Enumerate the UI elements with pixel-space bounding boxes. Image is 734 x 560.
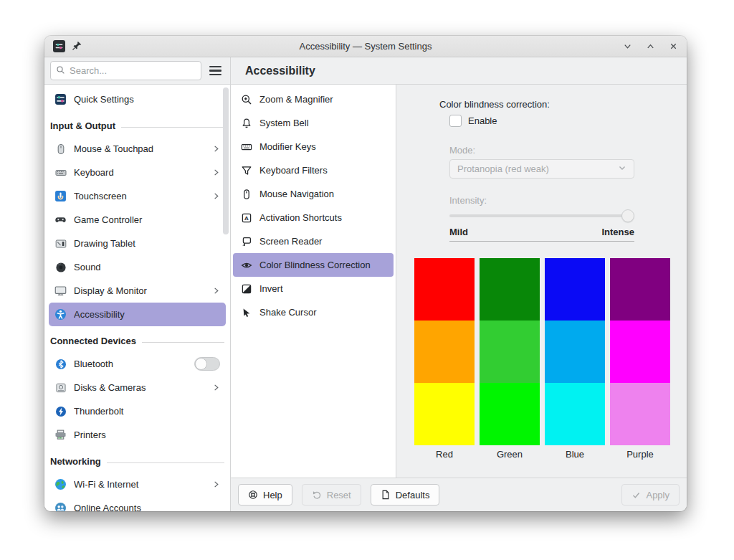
reset-button[interactable]: Reset [302,484,361,506]
swatch [414,383,475,445]
thunderbolt-icon [54,405,67,417]
sidebar-scrollbar[interactable] [223,87,229,234]
pin-icon[interactable] [72,40,82,53]
page-title: Accessibility [231,65,315,77]
app-icon [53,40,65,52]
swatch [545,383,605,445]
color-blindness-panel: Color blindness correction: Enable Mode:… [396,85,687,478]
sidebar-item-bluetooth[interactable]: Bluetooth [49,352,226,376]
sidebar-item-keyboard[interactable]: Keyboard [49,161,226,184]
column-label: Blue [545,445,605,460]
modifier-keys-icon [240,141,252,153]
sidebar-item-disks-cameras[interactable]: Disks & Cameras [49,376,226,399]
intensity-slider[interactable] [449,209,634,222]
list-item-screen-reader[interactable]: Screen Reader [233,229,394,253]
accessibility-subpage-list: Zoom & Magnifier System Bell Modifier Ke… [231,85,396,478]
drawing-tablet-icon [54,237,67,250]
mode-value: Protanopia (red weak) [457,163,618,174]
color-column-purple: Purple [610,258,670,460]
swatch [414,321,475,383]
eye-icon [240,259,252,271]
sound-icon [54,261,67,273]
globe-icon [54,478,67,490]
footer-bar: Help Reset Defaults [231,478,687,511]
sidebar-item-touchscreen[interactable]: Touchscreen [49,184,226,208]
list-item-system-bell[interactable]: System Bell [233,111,394,135]
chevron-right-icon [212,480,220,488]
slider-groove [449,214,634,217]
search-box[interactable] [50,61,201,80]
slider-max-label: Intense [601,227,634,237]
swatch [480,321,540,383]
list-item-mouse-navigation[interactable]: Mouse Navigation [233,182,394,206]
titlebar[interactable]: Accessibility — System Settings [44,36,687,57]
swatch [610,383,670,445]
slider-handle[interactable] [621,209,634,222]
swatch [480,258,540,321]
list-item-color-blindness-correction[interactable]: Color Blindness Correction [233,253,394,277]
column-label: Red [414,445,475,460]
close-button[interactable] [669,42,678,51]
sidebar-item-drawing-tablet[interactable]: Drawing Tablet [49,232,226,255]
column-label: Purple [610,445,670,460]
header-strip: Accessibility [44,57,687,85]
sidebar-section-input-output: Input & Output [49,111,226,137]
invert-icon [240,283,252,295]
sidebar-item-game-controller[interactable]: Game Controller [49,208,226,232]
checkmark-icon [631,490,641,500]
online-accounts-icon [54,502,67,511]
svg-text:A: A [244,215,249,222]
sidebar-item-thunderbolt[interactable]: Thunderbolt [49,399,226,423]
bluetooth-icon [54,358,67,370]
sidebar-item-quick-settings[interactable]: Quick Settings [49,87,226,111]
apply-button[interactable]: Apply [621,484,680,506]
search-input[interactable] [70,65,196,76]
sidebar-item-sound[interactable]: Sound [49,255,226,279]
touchscreen-icon [54,190,67,202]
swatch [414,258,475,321]
window-title: Accessibility — System Settings [44,41,687,52]
help-icon [248,490,258,500]
menu-icon[interactable] [206,61,224,80]
chevron-right-icon [212,287,220,295]
gamepad-icon [54,214,67,226]
help-button[interactable]: Help [238,484,292,506]
sidebar-item-wifi-internet[interactable]: Wi-Fi & Internet [49,473,226,496]
list-item-shake-cursor[interactable]: Shake Cursor [233,300,394,324]
sidebar-item-accessibility[interactable]: Accessibility [49,303,226,326]
sidebar-section-networking: Networking [49,447,226,473]
column-label: Green [480,445,540,460]
enable-checkbox-row[interactable]: Enable [449,115,497,127]
disk-icon [54,381,67,394]
list-item-modifier-keys[interactable]: Modifier Keys [233,135,394,158]
defaults-button[interactable]: Defaults [371,484,440,506]
list-item-invert[interactable]: Invert [233,277,394,300]
document-icon [381,490,391,500]
sidebar-item-mouse-touchpad[interactable]: Mouse & Touchpad [49,137,226,161]
color-column-red: Red [414,258,475,460]
enable-checkbox[interactable] [449,115,462,127]
list-item-keyboard-filters[interactable]: Keyboard Filters [233,158,394,182]
chevron-right-icon [212,145,220,153]
chevron-right-icon [212,169,220,176]
swatch [545,321,605,383]
color-column-green: Green [480,258,540,460]
sidebar-item-online-accounts[interactable]: Online Accounts [49,496,226,511]
minimize-button[interactable] [623,42,632,51]
maximize-button[interactable] [646,42,655,51]
mouse-navigation-icon [240,188,252,200]
filter-icon [240,164,252,176]
activation-shortcuts-icon: A [240,212,252,224]
monitor-icon [54,285,67,297]
system-settings-window: Accessibility — System Settings Access [44,36,687,511]
sidebar-section-connected-devices: Connected Devices [49,326,226,352]
chevron-right-icon [212,384,220,391]
list-item-activation-shortcuts[interactable]: A Activation Shortcuts [233,206,394,229]
bluetooth-toggle[interactable] [194,357,220,371]
mode-combobox[interactable]: Protanopia (red weak) [449,159,634,179]
printer-icon [54,429,67,441]
sidebar-item-display-monitor[interactable]: Display & Monitor [49,279,226,303]
sidebar-item-printers[interactable]: Printers [49,423,226,447]
list-item-zoom-magnifier[interactable]: Zoom & Magnifier [233,87,394,111]
intensity-label: Intensity: [449,195,487,206]
